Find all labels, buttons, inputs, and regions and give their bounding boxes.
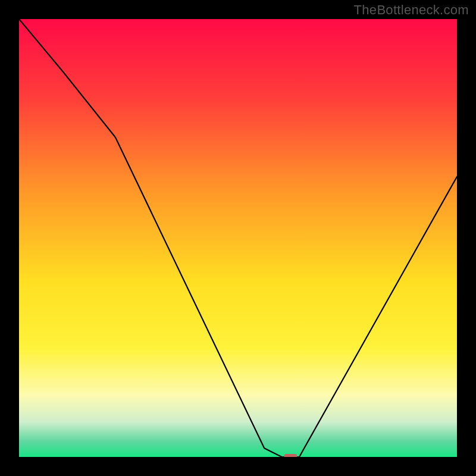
gradient-background [19, 19, 457, 457]
optimal-point-marker [284, 454, 297, 457]
chart-container: TheBottleneck.com [0, 0, 476, 476]
plot-area [19, 19, 457, 457]
watermark-text: TheBottleneck.com [354, 2, 469, 18]
chart-svg [19, 19, 457, 457]
